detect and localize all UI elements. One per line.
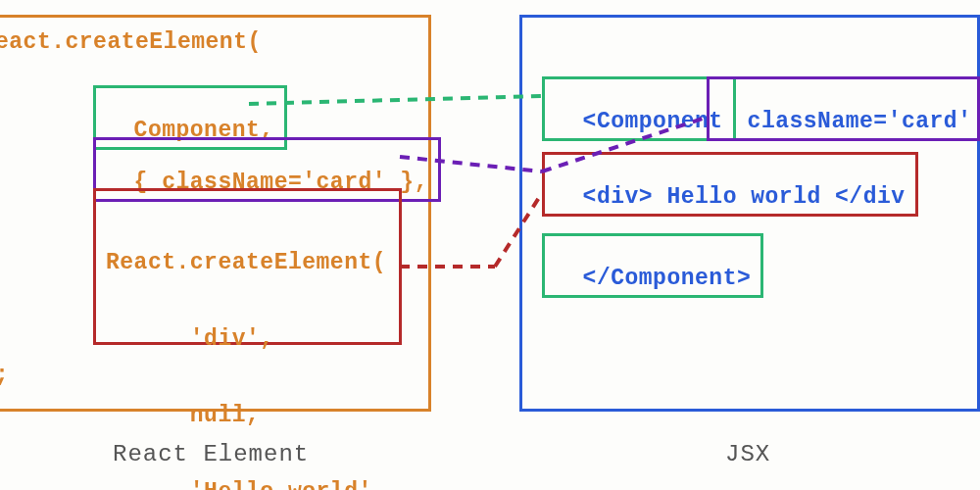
jsx-component-close: </Component> <box>583 266 752 291</box>
right-caption: JSX <box>725 441 770 467</box>
jsx-component-open: <Component <box>583 109 723 134</box>
jsx-component-close-box: </Component> <box>542 233 763 298</box>
create-element-call: eact.createElement( <box>0 29 262 55</box>
child-line3: null, <box>106 403 389 428</box>
semicolon: ; <box>0 363 9 388</box>
left-caption: React Element <box>113 441 309 467</box>
jsx-child-box: <div> Hello world </div <box>542 152 918 217</box>
jsx-child: <div> Hello world </div <box>583 184 906 210</box>
child-line1: React.createElement( <box>106 250 389 275</box>
jsx-classname: className='card' <box>748 109 972 134</box>
child-line2: 'div', <box>106 326 389 352</box>
child-arg-box: React.createElement( 'div', null, 'Hello… <box>93 188 402 345</box>
child-line4: 'Hello world' <box>106 479 389 490</box>
jsx-classname-box: className='card' <box>707 76 980 141</box>
